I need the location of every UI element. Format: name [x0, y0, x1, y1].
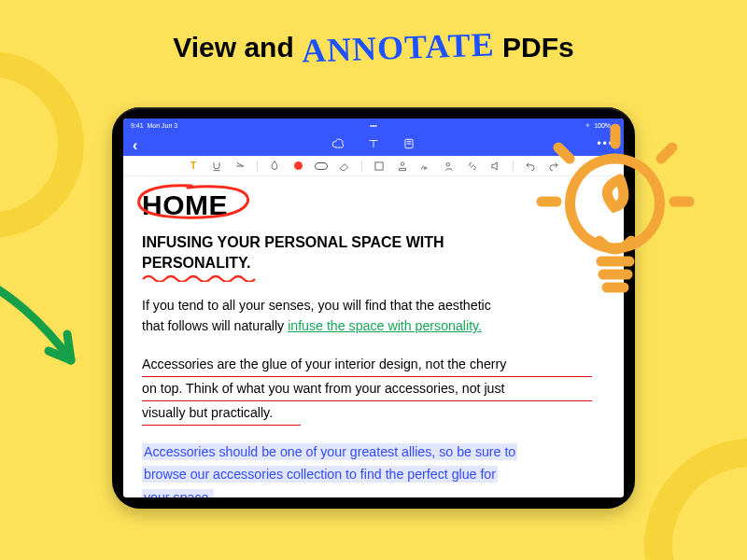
divider [513, 161, 514, 172]
audio-tool[interactable] [489, 160, 502, 173]
eraser-tool[interactable] [338, 160, 351, 173]
color-red[interactable] [291, 160, 304, 173]
doc-title: HOME [142, 189, 228, 221]
text-line: If you tend to all your senses, you will… [142, 298, 491, 313]
stroke-width-tool[interactable] [315, 160, 328, 173]
stamp-tool[interactable] [396, 160, 409, 173]
highlighted-green-text: infuse the space with personality. [288, 318, 482, 333]
text-line: on top. Think of what you want from your… [142, 381, 505, 396]
divider [257, 161, 258, 172]
headline-annotate: ANNOTATE [301, 24, 495, 70]
strike-tool[interactable] [233, 160, 247, 173]
squiggle-underline-annotation [142, 274, 263, 282]
topbar-center [123, 137, 624, 150]
image-tool[interactable] [443, 160, 456, 173]
app-screen: 9:41 Mon Jun 3 ••• ᯤ 100% ▮ ‹ ••• T [123, 119, 624, 497]
svg-rect-1 [375, 161, 383, 169]
underline-tool[interactable] [210, 160, 223, 173]
undo-tool[interactable] [524, 160, 537, 173]
bg-decor-circle [0, 51, 84, 238]
highlight-annotation: browse our accessories collection to fin… [142, 466, 498, 483]
text-line: that follows will naturally [142, 318, 288, 333]
svg-point-3 [446, 162, 450, 166]
note-icon[interactable] [402, 137, 416, 150]
shapes-tool[interactable] [373, 160, 386, 173]
svg-point-2 [401, 161, 404, 165]
subhead-line: INFUSING YOUR PERSONAL SPACE WITH [142, 234, 444, 250]
tablet-frame: 9:41 Mon Jun 3 ••• ᯤ 100% ▮ ‹ ••• T [112, 107, 635, 509]
document-page: HOME INFUSING YOUR PERSONAL SPACE WITH P… [123, 176, 624, 497]
headline-pre: View and [173, 32, 302, 63]
subhead-line: PERSONALITY. [142, 255, 250, 271]
highlight-annotation: Accessories should be one of your greate… [142, 443, 517, 460]
paragraph-highlighted: Accessories should be one of your greate… [142, 441, 592, 497]
cloud-icon[interactable] [331, 137, 345, 150]
red-underline-annotation [142, 425, 301, 426]
bg-decor-circle [644, 439, 747, 560]
divider [361, 161, 362, 172]
arrow-annotation [0, 271, 99, 383]
status-bar: 9:41 Mon Jun 3 ••• ᯤ 100% ▮ [123, 119, 624, 132]
paragraph: If you tend to all your senses, you will… [142, 295, 592, 336]
paragraph-underlined: Accessories are the glue of your interio… [142, 353, 592, 426]
text-color-tool[interactable]: T [187, 160, 200, 173]
annotation-toolbar: T [123, 156, 624, 176]
text-line: visually but practically. [142, 405, 273, 420]
signature-tool[interactable] [419, 160, 432, 173]
highlight-annotation: your space. [142, 489, 214, 497]
headline-post: PDFs [495, 32, 574, 63]
redo-tool[interactable] [547, 160, 560, 173]
doc-subheading: INFUSING YOUR PERSONAL SPACE WITH PERSON… [142, 232, 592, 282]
text-tool-icon[interactable] [367, 137, 380, 150]
link-tool[interactable] [466, 160, 479, 173]
app-topbar: ‹ ••• [123, 132, 624, 156]
status-notch: ••• [123, 122, 624, 129]
text-line: Accessories are the glue of your interio… [142, 357, 506, 371]
ink-tool[interactable] [268, 160, 281, 173]
page-title: View and ANNOTATE PDFs [0, 26, 747, 65]
